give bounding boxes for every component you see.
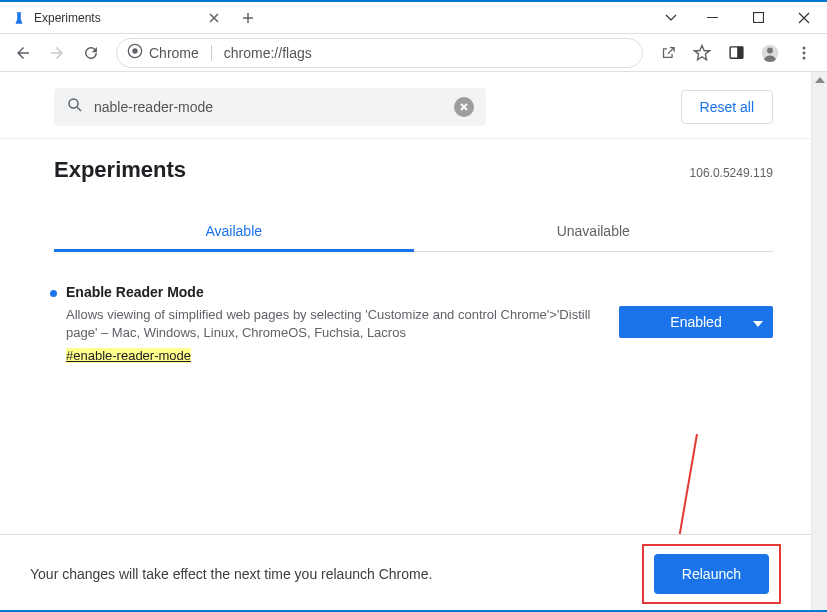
maximize-button[interactable] — [735, 2, 781, 34]
flag-select-value: Enabled — [670, 314, 721, 330]
minimize-button[interactable] — [689, 2, 735, 34]
share-icon[interactable] — [653, 38, 683, 68]
chevron-down-icon — [753, 314, 763, 330]
url-text: chrome://flags — [224, 45, 312, 61]
flag-item: Enable Reader Mode Allows viewing of sim… — [0, 252, 827, 364]
scroll-up-icon[interactable] — [812, 72, 827, 88]
svg-point-2 — [132, 48, 137, 53]
toolbar: Chrome chrome://flags — [0, 34, 827, 72]
titlebar: Experiments — [0, 2, 827, 34]
page-body: Reset all Experiments 106.0.5249.119 Ava… — [0, 72, 827, 612]
search-icon — [66, 96, 84, 118]
browser-tab[interactable]: Experiments — [0, 2, 232, 33]
profile-icon[interactable] — [755, 38, 785, 68]
svg-point-10 — [69, 99, 78, 108]
page-title: Experiments — [54, 157, 186, 183]
relaunch-message: Your changes will take effect the next t… — [30, 566, 432, 582]
svg-point-9 — [803, 56, 806, 59]
close-button[interactable] — [781, 2, 827, 34]
bookmark-icon[interactable] — [687, 38, 717, 68]
flag-title: Enable Reader Mode — [66, 284, 599, 300]
svg-point-8 — [803, 51, 806, 54]
svg-point-7 — [803, 46, 806, 49]
tab-available[interactable]: Available — [54, 211, 414, 251]
chrome-logo-icon — [127, 43, 143, 63]
tab-unavailable[interactable]: Unavailable — [414, 211, 774, 251]
chrome-label: Chrome — [149, 45, 199, 61]
version-text: 106.0.5249.119 — [690, 166, 773, 180]
menu-icon[interactable] — [789, 38, 819, 68]
relaunch-highlight: Relaunch — [642, 544, 781, 604]
svg-point-6 — [767, 47, 773, 53]
tab-title: Experiments — [34, 11, 198, 25]
flask-icon — [12, 11, 26, 25]
reload-button[interactable] — [76, 38, 106, 68]
svg-rect-4 — [737, 47, 743, 58]
forward-button[interactable] — [42, 38, 72, 68]
sidepanel-icon[interactable] — [721, 38, 751, 68]
flag-select[interactable]: Enabled — [619, 306, 773, 338]
address-bar[interactable]: Chrome chrome://flags — [116, 38, 643, 68]
flag-hash-link[interactable]: #enable-reader-mode — [66, 348, 191, 363]
modified-dot-icon — [50, 290, 57, 297]
reset-all-button[interactable]: Reset all — [681, 90, 773, 124]
relaunch-bar: Your changes will take effect the next t… — [0, 534, 811, 612]
svg-rect-0 — [753, 13, 763, 23]
relaunch-button[interactable]: Relaunch — [654, 554, 769, 594]
window-controls — [653, 2, 827, 33]
tabs: Available Unavailable — [54, 211, 773, 252]
caret-down-icon[interactable] — [653, 2, 689, 34]
new-tab-button[interactable] — [232, 2, 264, 33]
search-input[interactable] — [94, 99, 444, 115]
clear-search-icon[interactable] — [454, 97, 474, 117]
search-input-wrapper[interactable] — [54, 88, 486, 126]
flag-description: Allows viewing of simplified web pages b… — [66, 306, 599, 342]
back-button[interactable] — [8, 38, 38, 68]
scrollbar[interactable] — [811, 72, 827, 612]
tab-close-icon[interactable] — [206, 10, 222, 26]
